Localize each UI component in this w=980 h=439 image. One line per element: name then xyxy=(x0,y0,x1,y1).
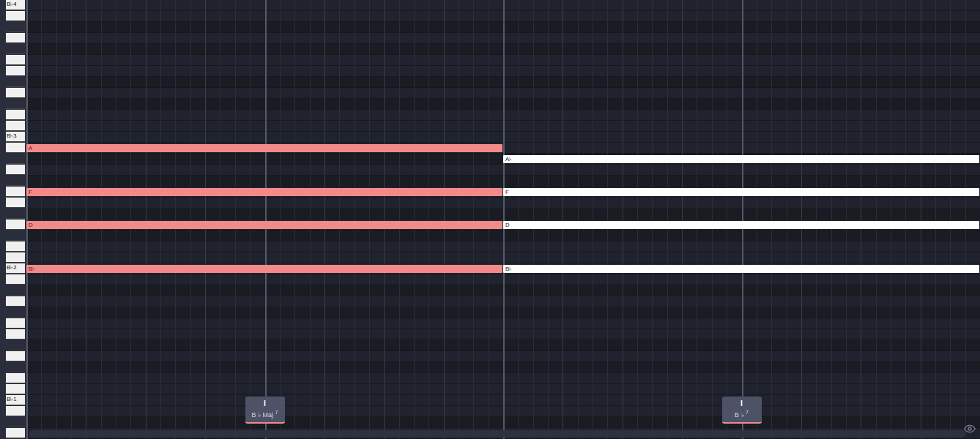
grid-line xyxy=(205,0,206,439)
grid-line xyxy=(160,0,161,439)
grid-line xyxy=(518,0,519,439)
grid-line xyxy=(310,0,311,439)
black-key[interactable] xyxy=(6,362,25,372)
chord-label[interactable]: IB ♭ 7 xyxy=(722,397,762,424)
midi-note[interactable]: A♭ xyxy=(503,155,979,163)
grid-line xyxy=(503,0,505,439)
grid-line xyxy=(727,0,727,439)
grid-line xyxy=(801,0,802,439)
grid-line xyxy=(861,0,861,439)
black-key[interactable] xyxy=(6,99,25,109)
octave-label: B♭4 xyxy=(7,1,17,7)
white-key[interactable] xyxy=(6,373,25,383)
grid-line xyxy=(354,0,355,439)
midi-note[interactable]: F xyxy=(503,188,979,196)
white-key[interactable] xyxy=(6,428,25,438)
grid-line xyxy=(607,0,608,439)
scrollbar-thumb[interactable] xyxy=(29,430,965,438)
black-key[interactable] xyxy=(6,77,25,87)
horizontal-scrollbar[interactable] xyxy=(29,430,965,438)
grid-line xyxy=(682,0,683,439)
grid-line xyxy=(667,0,668,439)
grid-line xyxy=(757,0,757,439)
grid-line xyxy=(846,0,847,439)
white-key[interactable] xyxy=(6,198,25,208)
white-key[interactable] xyxy=(6,55,25,65)
grid-line xyxy=(175,0,176,439)
grid-line xyxy=(428,0,429,439)
black-key[interactable] xyxy=(6,44,25,54)
white-key[interactable] xyxy=(6,329,25,339)
black-key[interactable] xyxy=(6,22,25,32)
grid-line xyxy=(921,0,921,439)
grid-line xyxy=(265,0,267,439)
grid-line xyxy=(235,0,236,439)
piano-roll-editor[interactable]: B♭4B♭3B♭2B♭1 AFDB♭A♭FDB♭IB ♭ Maj 7IB ♭ 7 xyxy=(0,0,980,439)
black-key[interactable] xyxy=(6,417,25,427)
white-key[interactable] xyxy=(6,88,25,98)
black-key[interactable] xyxy=(6,176,25,186)
white-key[interactable] xyxy=(6,351,25,361)
white-key[interactable] xyxy=(6,296,25,307)
grid-line xyxy=(489,0,489,439)
white-key[interactable] xyxy=(6,384,25,394)
grid-line xyxy=(86,0,86,439)
black-key[interactable] xyxy=(6,340,25,350)
grid-line xyxy=(339,0,340,439)
black-key[interactable] xyxy=(6,285,25,296)
grid-line xyxy=(965,0,966,439)
grid-line xyxy=(533,0,534,439)
white-key[interactable] xyxy=(6,143,25,153)
white-key[interactable] xyxy=(6,187,25,197)
grid-line xyxy=(637,0,638,439)
grid-line xyxy=(787,0,787,439)
grid-line xyxy=(146,0,146,439)
grid-line xyxy=(384,0,385,439)
white-key[interactable] xyxy=(6,274,25,285)
midi-note[interactable]: D xyxy=(503,221,979,229)
eye-icon[interactable] xyxy=(964,423,976,435)
white-key[interactable] xyxy=(6,110,25,120)
grid-line xyxy=(220,0,220,439)
chord-degree: I xyxy=(248,399,282,408)
midi-note[interactable]: A xyxy=(26,144,502,152)
white-key[interactable] xyxy=(6,121,25,131)
chord-name: B ♭ 7 xyxy=(725,408,759,419)
grid-line xyxy=(697,0,697,439)
white-key[interactable] xyxy=(6,406,25,416)
note-grid[interactable]: AFDB♭A♭FDB♭IB ♭ Maj 7IB ♭ 7 xyxy=(26,0,980,439)
midi-note[interactable]: B♭ xyxy=(26,265,502,273)
grid-line xyxy=(369,0,370,439)
grid-line xyxy=(563,0,563,439)
grid-line xyxy=(130,0,131,439)
grid-line xyxy=(652,0,653,439)
black-key[interactable] xyxy=(6,154,25,164)
white-key[interactable] xyxy=(6,11,25,21)
black-key[interactable] xyxy=(6,209,25,219)
grid-line xyxy=(414,0,415,439)
white-key[interactable] xyxy=(6,33,25,43)
white-key[interactable] xyxy=(6,318,25,329)
grid-line xyxy=(294,0,295,439)
grid-line xyxy=(399,0,400,439)
midi-note[interactable]: D xyxy=(26,221,502,229)
grid-line xyxy=(578,0,579,439)
black-key[interactable] xyxy=(6,230,25,241)
midi-note[interactable]: F xyxy=(26,188,502,196)
piano-keyboard[interactable]: B♭4B♭3B♭2B♭1 xyxy=(0,0,26,439)
black-key[interactable] xyxy=(6,307,25,318)
grid-line xyxy=(905,0,906,439)
white-key[interactable] xyxy=(6,252,25,263)
chord-label[interactable]: IB ♭ Maj 7 xyxy=(245,397,285,424)
white-key[interactable] xyxy=(6,220,25,230)
white-key[interactable] xyxy=(6,66,25,76)
white-key[interactable] xyxy=(6,241,25,252)
midi-note[interactable]: B♭ xyxy=(503,265,979,273)
grid-line xyxy=(444,0,445,439)
grid-line xyxy=(56,0,57,439)
chord-name: B ♭ Maj 7 xyxy=(248,408,282,419)
grid-line xyxy=(101,0,102,439)
chord-degree: I xyxy=(725,399,759,408)
white-key[interactable] xyxy=(6,165,25,175)
grid-line xyxy=(935,0,936,439)
